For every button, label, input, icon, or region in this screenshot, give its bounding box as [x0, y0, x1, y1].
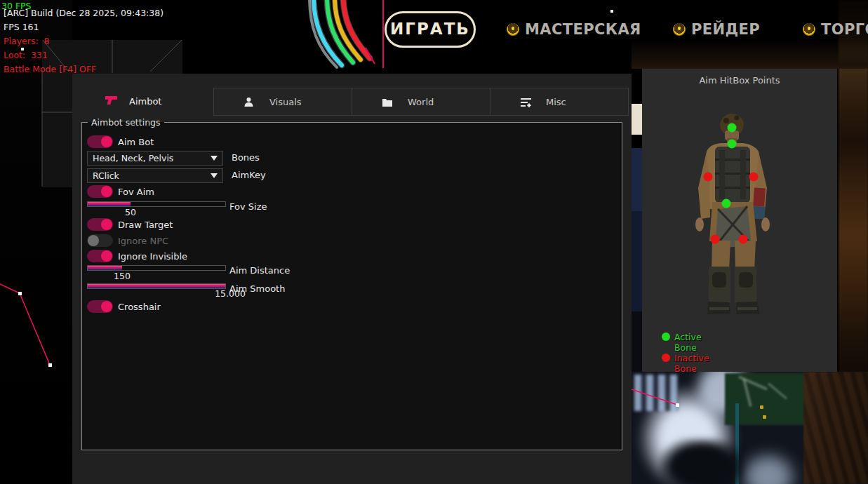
crosshair-label: Crosshair	[118, 302, 161, 312]
playlist-add-icon	[520, 97, 532, 110]
slider-fill	[88, 202, 131, 206]
snow-blob	[737, 449, 800, 484]
hud-loot-count: Loot: 331	[4, 50, 48, 60]
tab-misc[interactable]: Misc	[490, 88, 629, 116]
crosshair-toggle[interactable]	[87, 300, 113, 313]
ignore-invisible-toggle[interactable]	[87, 250, 113, 262]
wood-beam	[803, 372, 868, 484]
green-dot-icon	[662, 332, 670, 341]
aim-smooth-slider[interactable]	[87, 283, 226, 289]
hud-build-info: [ARC] Build (Dec 28 2025, 09:43:38)	[4, 8, 163, 18]
game-background-bottomright	[632, 372, 868, 484]
ignore-npc-toggle[interactable]	[87, 234, 113, 247]
bone-point-right-leg[interactable]	[739, 235, 748, 244]
menu-item-trade[interactable]: ТОРГО	[821, 21, 868, 38]
slider-fill	[88, 284, 225, 288]
gun-icon	[105, 95, 118, 109]
coin-icon	[507, 23, 519, 36]
fov-size-label: Fov Size	[229, 201, 267, 212]
aim-distance-slider[interactable]	[87, 265, 226, 271]
person-icon	[243, 97, 254, 110]
play-button[interactable]: ИГРАТЬ	[385, 11, 476, 48]
bone-point-head[interactable]	[728, 123, 737, 133]
bone-point-pelvis[interactable]	[722, 199, 731, 208]
window-slats	[634, 375, 678, 411]
bones-dropdown[interactable]: Head, Neck, Pelvis	[87, 151, 223, 166]
tab-visuals[interactable]: Visuals	[213, 88, 352, 116]
esp-node-dot	[676, 403, 679, 407]
aim-distance-value: 150	[114, 271, 131, 281]
hud-fps: FPS 161	[4, 22, 39, 32]
chevron-down-icon	[211, 173, 218, 178]
hud-players-count: Players: 8	[4, 36, 50, 46]
fov-aim-toggle[interactable]	[87, 185, 113, 198]
aimkey-dropdown[interactable]: RClick	[87, 168, 223, 183]
game-doorway-light	[631, 104, 642, 135]
player-model	[642, 69, 837, 372]
bone-point-left-leg[interactable]	[711, 235, 720, 244]
toggle-knob	[101, 301, 112, 312]
chevron-down-icon	[211, 156, 218, 161]
esp-node-dot	[48, 363, 52, 367]
red-dot-icon	[662, 354, 670, 362]
toggle-knob	[101, 250, 112, 262]
cheat-menu-panel: Aimbot Visuals World Misc Aimbot setting…	[72, 74, 632, 484]
folder-icon	[382, 97, 393, 110]
draw-target-label: Draw Target	[118, 220, 173, 230]
bone-point-left-arm[interactable]	[704, 173, 713, 182]
light-dot	[763, 415, 766, 419]
fov-size-slider[interactable]	[87, 201, 226, 207]
game-window-blue	[631, 148, 642, 211]
toggle-knob	[101, 219, 112, 230]
tab-label: World	[408, 97, 434, 107]
aim-smooth-value: 15.000	[215, 288, 246, 299]
toggle-knob	[101, 136, 112, 147]
aim-bot-label: Aim Bot	[118, 137, 154, 147]
tab-world[interactable]: World	[352, 88, 490, 116]
tab-label: Misc	[546, 97, 566, 107]
foreground-shadow	[660, 438, 744, 484]
aimbot-settings-title: Aimbot settings	[88, 117, 164, 128]
aim-hitbox-panel: Aim HitBox Points	[642, 69, 837, 372]
fov-aim-label: Fov Aim	[118, 187, 154, 197]
bones-label: Bones	[232, 152, 260, 163]
fov-size-value: 50	[125, 207, 136, 217]
coin-icon	[673, 23, 686, 36]
toggle-knob	[101, 186, 112, 197]
bone-point-right-arm[interactable]	[749, 173, 759, 182]
bone-point-neck[interactable]	[728, 140, 737, 149]
menu-item-workshop[interactable]: МАСТЕРСКАЯ	[525, 21, 641, 38]
tab-aimbot[interactable]: Aimbot	[129, 96, 161, 107]
game-window-dark	[631, 311, 642, 372]
light-dot	[760, 405, 763, 409]
legend-label: Active Bone	[674, 332, 702, 353]
aim-bot-toggle[interactable]	[87, 135, 113, 148]
slider-fill	[88, 266, 122, 270]
ignore-invisible-label: Ignore Invisible	[118, 251, 187, 262]
ignore-npc-label: Ignore NPC	[118, 236, 168, 246]
draw-target-toggle[interactable]	[87, 218, 113, 231]
toggle-knob	[88, 235, 99, 246]
tab-label: Visuals	[269, 97, 302, 107]
menu-item-raider[interactable]: РЕЙДЕР	[691, 21, 760, 38]
game-window-blue	[631, 211, 642, 311]
bones-dropdown-value: Head, Neck, Pelvis	[93, 153, 173, 163]
legend-label: Inactive Bone	[674, 353, 709, 374]
aimkey-dropdown-value: RClick	[93, 170, 119, 181]
aim-distance-label: Aim Distance	[229, 265, 290, 276]
coin-icon	[803, 23, 815, 36]
aimkey-label: AimKey	[232, 170, 266, 180]
hud-battle-mode: Battle Mode [F4] OFF	[4, 64, 96, 74]
esp-node-dot	[18, 292, 22, 295]
